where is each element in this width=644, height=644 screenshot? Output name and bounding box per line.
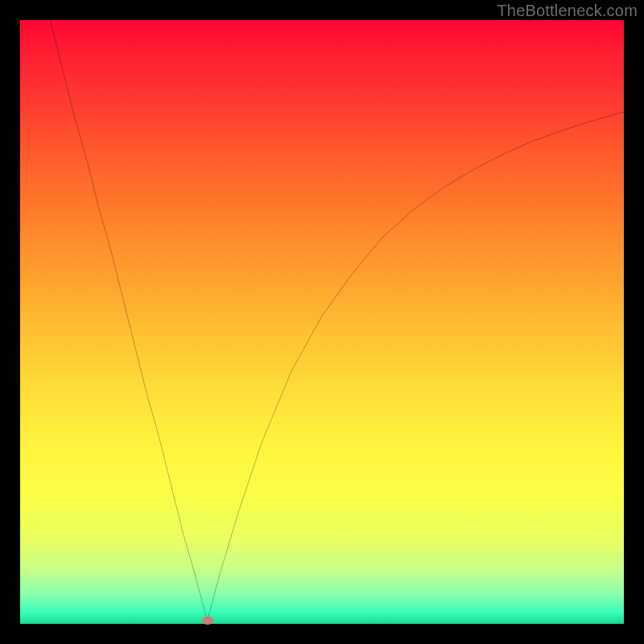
left-branch-path — [51, 20, 208, 621]
curve-layer — [20, 20, 624, 624]
minimum-marker — [202, 617, 213, 625]
watermark-label: TheBottleneck.com — [497, 2, 638, 20]
chart-frame: TheBottleneck.com — [0, 0, 644, 644]
right-branch-path — [208, 112, 625, 621]
